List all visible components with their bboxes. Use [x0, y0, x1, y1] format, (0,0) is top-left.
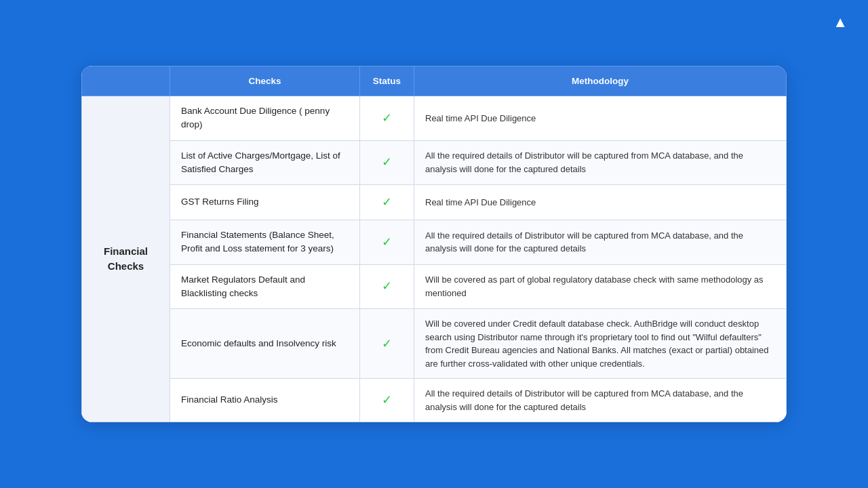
col-header-methodology: Methodology [414, 66, 787, 96]
status-cell: ✓ [360, 96, 414, 141]
check-label: Market Regulators Default and Blacklisti… [170, 264, 360, 309]
check-label: Bank Account Due Diligence ( penny drop) [170, 96, 360, 141]
logo-icon: ▲ [833, 14, 848, 30]
checks-table: Checks Status Methodology Financial Chec… [81, 66, 787, 422]
status-cell: ✓ [360, 264, 414, 309]
check-label: Economic defaults and Insolvency risk [170, 309, 360, 379]
methodology-cell: Will be covered as part of global regula… [414, 264, 787, 309]
methodology-cell: All the required details of Distributor … [414, 379, 787, 422]
card: Checks Status Methodology Financial Chec… [81, 66, 787, 422]
methodology-cell: Will be covered under Credit default dat… [414, 309, 787, 379]
check-label: Financial Statements (Balance Sheet, Pro… [170, 220, 360, 265]
status-cell: ✓ [360, 220, 414, 265]
col-header-checks: Checks [170, 66, 360, 96]
status-cell: ✓ [360, 140, 414, 185]
methodology-cell: All the required details of Distributor … [414, 140, 787, 185]
check-label: GST Returns Filing [170, 185, 360, 220]
col-header-category [82, 66, 170, 96]
methodology-cell: Real time API Due Diligence [414, 96, 787, 141]
check-label: Financial Ratio Analysis [170, 379, 360, 422]
methodology-cell: Real time API Due Diligence [414, 185, 787, 220]
methodology-cell: All the required details of Distributor … [414, 220, 787, 265]
status-cell: ✓ [360, 185, 414, 220]
logo: ▲ [833, 14, 848, 31]
status-cell: ✓ [360, 379, 414, 422]
col-header-status: Status [360, 66, 414, 96]
status-cell: ✓ [360, 309, 414, 379]
row-header-category: Financial Checks [82, 96, 170, 422]
check-label: List of Active Charges/Mortgage, List of… [170, 140, 360, 185]
